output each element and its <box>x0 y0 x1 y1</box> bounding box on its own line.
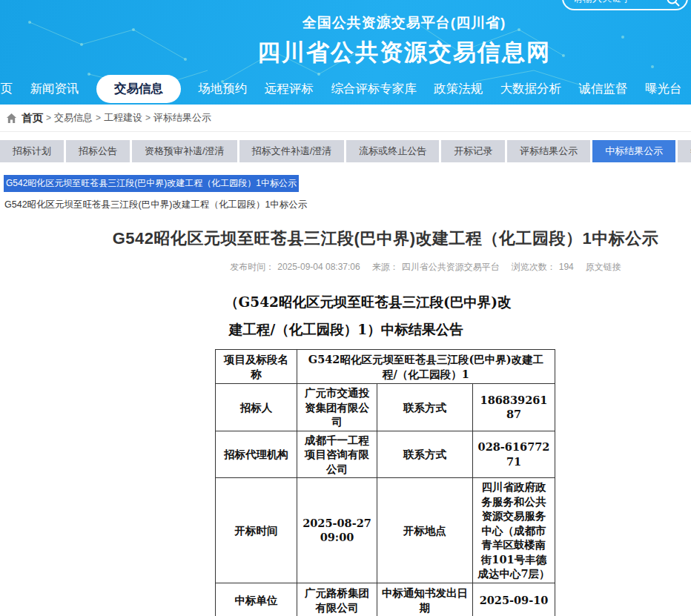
result-table: 项目及标段名称 G542昭化区元坝至旺苍县三江段(巴中界)改建工程/（化工园段）… <box>215 349 555 616</box>
cell-contact-label: 联系方式 <box>377 384 473 431</box>
table-row: 开标时间 2025-08-27 09:00 开标地点 四川省政府政务服务和公共资… <box>216 478 555 583</box>
article-meta: 发布时间：2025-09-04 08:37:06来源：四川省公共资源交易平台浏览… <box>0 261 691 274</box>
nav-item-remote-evaluation[interactable]: 远程评标 <box>265 81 314 97</box>
announcement-document: （G542昭化区元坝至旺苍县三江段(巴中界)改 建工程/（化工园段）1）中标结果… <box>0 288 691 616</box>
listing-link[interactable]: G542昭化区元坝至旺苍县三江段(巴中界)改建工程（化工园段）1中标公示 <box>4 199 691 211</box>
breadcrumb-engineering[interactable]: 工程建设 <box>104 111 142 125</box>
breadcrumb-home[interactable]: 首页 <box>22 111 43 125</box>
cell-winner-value: 广元路桥集团有限公司 <box>297 583 377 616</box>
nav-item-venue-booking[interactable]: 场地预约 <box>198 81 247 97</box>
cell-tenderer-value: 广元市交通投资集团有限公司 <box>297 384 377 431</box>
cell-tenderer-label: 招标人 <box>216 384 297 431</box>
cell-opening-place-label: 开标地点 <box>377 478 473 583</box>
cell-project-name-label: 项目及标段名称 <box>216 350 297 384</box>
source-value: 四川省公共资源交易平台 <box>402 262 500 272</box>
home-icon[interactable] <box>6 113 17 124</box>
tab-prequalification-addendum[interactable]: 资格预审补遗/澄清 <box>132 140 237 162</box>
document-title-line1: （G542昭化区元坝至旺苍县三江段(巴中界)改 <box>225 288 691 316</box>
table-row: 中标单位 广元路桥集团有限公司 中标通知书发出日期 2025-09-10 <box>216 583 555 616</box>
document-title: （G542昭化区元坝至旺苍县三江段(巴中界)改 建工程/（化工园段）1）中标结果… <box>225 288 691 343</box>
publish-time-label: 发布时间： <box>230 262 274 272</box>
nav-item-news[interactable]: 新闻资讯 <box>30 81 79 97</box>
cell-notice-date-value: 2025-09-10 <box>473 583 555 616</box>
site-title-block: 全国公共资源交易平台(四川省) 四川省公共资源交易信息网 <box>0 0 691 68</box>
page: 全国公共资源交易平台(四川省) 四川省公共资源交易信息网 首页 新闻资讯 交易信… <box>0 0 691 616</box>
tab-bid-announcement[interactable]: 招标公告 <box>66 140 130 162</box>
cell-opening-time-value: 2025-08-27 09:00 <box>297 478 377 583</box>
breadcrumb-separator: > <box>96 113 101 123</box>
cell-contact-value: 18683926187 <box>473 384 555 431</box>
publish-time: 2025-09-04 08:37:06 <box>277 262 360 272</box>
page-title: G542昭化区元坝至旺苍县三江段(巴中界)改建工程（化工园段）1中标公示 <box>0 228 691 250</box>
tab-bid-opening-record[interactable]: 开标记录 <box>441 140 505 162</box>
category-tabs: 招标计划 招标公告 资格预审补遗/澄清 招标文件补遗/澄清 流标或终止公告 开标… <box>0 140 691 162</box>
tab-bid-doc-addendum[interactable]: 招标文件补遗/澄清 <box>239 140 345 162</box>
cell-agency-value: 成都千一工程项目咨询有限公司 <box>297 431 377 478</box>
breadcrumb-separator: > <box>145 113 151 123</box>
table-row: 项目及标段名称 G542昭化区元坝至旺苍县三江段(巴中界)改建工程/（化工园段）… <box>216 350 555 384</box>
cell-agency-label: 招标代理机构 <box>216 431 297 478</box>
nav-item-exposure[interactable]: 曝光台 <box>645 81 682 97</box>
cell-agency-contact-value: 028-61677271 <box>473 431 555 478</box>
nav-item-expert-pool[interactable]: 综合评标专家库 <box>331 81 417 97</box>
tab-winning-results[interactable]: 中标结果公示 <box>592 140 675 162</box>
site-title: 四川省公共资源交易信息网 <box>117 37 691 68</box>
cell-winner-label: 中标单位 <box>216 583 297 616</box>
breadcrumb-separator: > <box>46 113 51 123</box>
nav-item-policies[interactable]: 政策法规 <box>434 81 483 97</box>
views-count: 194 <box>559 262 574 272</box>
table-row: 招标代理机构 成都千一工程项目咨询有限公司 联系方式 028-61677271 <box>216 431 555 478</box>
original-link[interactable]: 原文链接 <box>586 262 621 272</box>
site-subtitle: 全国公共资源交易平台(四川省) <box>117 13 691 33</box>
views-label: 浏览次数： <box>512 262 556 272</box>
cell-agency-contact-label: 联系方式 <box>377 431 473 478</box>
breadcrumb-evaluation-results[interactable]: 评标结果公示 <box>153 111 211 125</box>
breadcrumb-trade-info[interactable]: 交易信息 <box>54 111 93 125</box>
source-label: 来源： <box>372 262 399 272</box>
cell-opening-time-label: 开标时间 <box>216 478 297 583</box>
document-title-line2: 建工程/（化工园段）1）中标结果公告 <box>225 316 691 343</box>
table-row: 招标人 广元市交通投资集团有限公司 联系方式 18683926187 <box>216 384 555 431</box>
nav-item-integrity[interactable]: 诚信监督 <box>579 81 628 97</box>
main-nav: 首页 新闻资讯 交易信息 场地预约 远程评标 综合评标专家库 政策法规 大数据分… <box>0 73 691 105</box>
cell-project-name-value: G542昭化区元坝至旺苍县三江段(巴中界)改建工程/（化工园段）1 <box>297 350 555 384</box>
nav-item-trade-info[interactable]: 交易信息 <box>96 75 181 103</box>
tab-failed-or-terminated[interactable]: 流标或终止公告 <box>346 140 439 162</box>
cell-opening-place-value: 四川省政府政务服务和公共资源交易服务中心（成都市青羊区鼓楼南街101号丰德成达中… <box>473 478 555 583</box>
nav-item-home[interactable]: 首页 <box>0 81 13 97</box>
breadcrumb: 首页 > 交易信息 > 工程建设 > 评标结果公示 <box>0 105 691 132</box>
tab-evaluation-results[interactable]: 评标结果公示 <box>507 140 590 162</box>
listing-link-highlighted[interactable]: G542昭化区元坝至旺苍县三江段(巴中界)改建工程（化工园段）1中标公示 <box>4 175 299 192</box>
tab-contract-performance[interactable]: 签约履行 <box>678 140 691 162</box>
header-banner: 全国公共资源交易平台(四川省) 四川省公共资源交易信息网 首页 新闻资讯 交易信… <box>0 0 691 105</box>
tab-bid-plan[interactable]: 招标计划 <box>0 140 64 162</box>
nav-item-big-data[interactable]: 大数据分析 <box>500 81 562 97</box>
cell-notice-date-label: 中标通知书发出日期 <box>377 583 473 616</box>
